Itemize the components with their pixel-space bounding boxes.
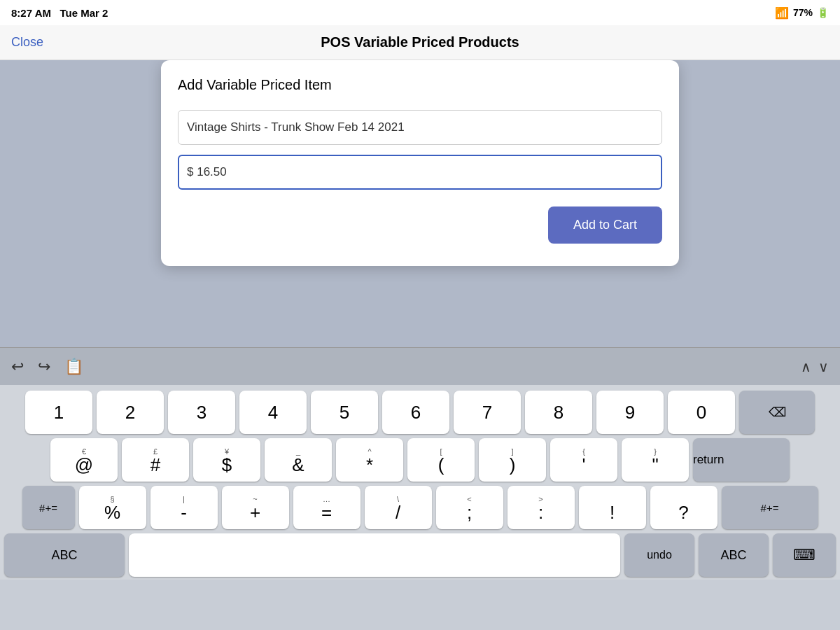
key-equals[interactable]: … = (293, 486, 360, 529)
key-exclamation[interactable]: ! (579, 486, 646, 529)
key-undo[interactable]: undo (624, 533, 694, 577)
modal-card: Add Variable Priced Item Add to Cart (161, 60, 679, 266)
modal-actions: Add to Cart (178, 206, 662, 244)
price-input[interactable] (178, 155, 662, 190)
battery-icon: 🔋 (817, 7, 829, 18)
modal-title: Add Variable Priced Item (178, 77, 662, 93)
add-to-cart-button[interactable]: Add to Cart (548, 206, 662, 244)
key-minus[interactable]: | - (150, 486, 218, 529)
page-title: POS Variable Priced Products (321, 34, 519, 50)
key-return[interactable]: return (693, 438, 790, 482)
key-2[interactable]: 2 (97, 391, 164, 434)
key-question[interactable]: ? (650, 486, 718, 529)
key-8[interactable]: 8 (525, 391, 592, 434)
key-plus[interactable]: ~ + (222, 486, 289, 529)
keyboard-dismiss-icon: ⌨ (793, 546, 816, 564)
key-close-paren[interactable]: ] ) (479, 438, 546, 482)
key-1[interactable]: 1 (25, 391, 92, 434)
keyboard-toolbar: ↩ ↪ 📋 ∧ ∨ (0, 347, 840, 385)
toolbar-right: ∧ ∨ (801, 358, 829, 375)
paste-toolbar-button[interactable]: 📋 (64, 358, 83, 376)
status-date: Tue Mar 2 (59, 7, 108, 19)
key-colon[interactable]: > : (507, 486, 575, 529)
key-slash[interactable]: \ / (365, 486, 432, 529)
chevron-down-button[interactable]: ∨ (818, 358, 829, 375)
key-percent[interactable]: § % (79, 486, 146, 529)
key-6[interactable]: 6 (382, 391, 449, 434)
keyboard-row-numbers: 1 2 3 4 5 6 7 8 9 0 ⌫ (4, 391, 836, 434)
key-4[interactable]: 4 (239, 391, 307, 434)
key-hash[interactable]: £ # (122, 438, 189, 482)
key-at[interactable]: € @ (50, 438, 118, 482)
nav-bar: Close POS Variable Priced Products (0, 25, 840, 60)
undo-toolbar-button[interactable]: ↩ (11, 358, 24, 376)
key-asterisk[interactable]: ^ * (336, 438, 403, 482)
key-abc-left[interactable]: ABC (4, 533, 125, 577)
key-ampersand[interactable]: _ & (265, 438, 332, 482)
key-7[interactable]: 7 (454, 391, 521, 434)
keyboard-body: 1 2 3 4 5 6 7 8 9 0 ⌫ € @ £ # ¥ $ _ & ^ (0, 385, 840, 580)
keyboard-row-sym1: € @ £ # ¥ $ _ & ^ * [ ( ] ) { ' (4, 438, 836, 482)
key-9[interactable]: 9 (596, 391, 664, 434)
key-0[interactable]: 0 (668, 391, 735, 434)
item-name-input[interactable] (178, 110, 662, 145)
key-shift-left[interactable]: #+= (22, 486, 75, 529)
chevron-up-button[interactable]: ∧ (801, 358, 811, 375)
key-space[interactable] (129, 533, 620, 577)
status-time: 8:27 AM (11, 7, 51, 19)
key-5[interactable]: 5 (311, 391, 378, 434)
key-quote[interactable]: } " (622, 438, 689, 482)
status-icons: 📶 77% 🔋 (775, 6, 829, 20)
key-keyboard-dismiss[interactable]: ⌨ (773, 533, 836, 577)
wifi-icon: 📶 (775, 6, 789, 20)
keyboard-row-bottom: ABC undo ABC ⌨ (4, 533, 836, 577)
toolbar-left: ↩ ↪ 📋 (11, 358, 83, 376)
keyboard-row-sym2: #+= § % | - ~ + … = \ / < ; > : (4, 486, 836, 529)
redo-toolbar-button[interactable]: ↪ (38, 358, 50, 376)
status-bar: 8:27 AM Tue Mar 2 📶 77% 🔋 (0, 0, 840, 25)
key-apostrophe[interactable]: { ' (550, 438, 617, 482)
content-area: Add Variable Priced Item Add to Cart (0, 60, 840, 347)
key-dollar[interactable]: ¥ $ (193, 438, 260, 482)
battery-text: 77% (793, 7, 813, 18)
key-3[interactable]: 3 (168, 391, 235, 434)
close-button[interactable]: Close (11, 35, 43, 50)
key-abc-right[interactable]: ABC (699, 533, 769, 577)
status-time-date: 8:27 AM Tue Mar 2 (11, 7, 108, 19)
key-shift-right[interactable]: #+= (722, 486, 818, 529)
key-semicolon[interactable]: < ; (436, 486, 503, 529)
key-backspace[interactable]: ⌫ (739, 391, 815, 434)
key-open-paren[interactable]: [ ( (407, 438, 475, 482)
